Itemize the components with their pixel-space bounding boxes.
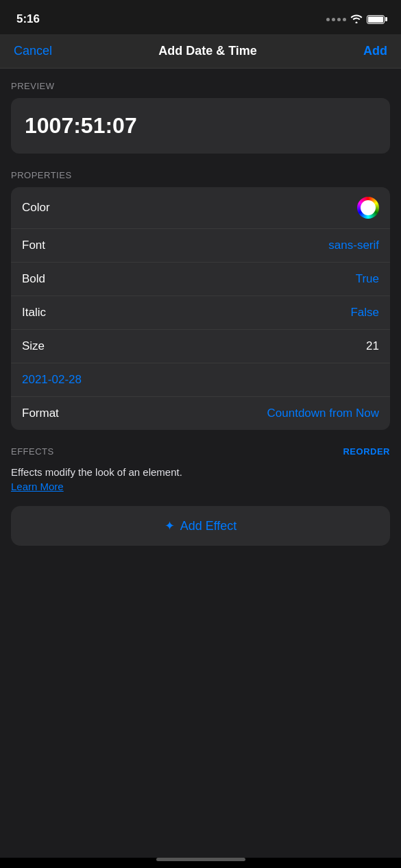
properties-section-label: PROPERTIES bbox=[11, 170, 390, 180]
bold-value: True bbox=[356, 272, 379, 286]
italic-value: False bbox=[350, 306, 379, 320]
color-row[interactable]: Color bbox=[11, 187, 390, 229]
page-title: Add Date & Time bbox=[158, 44, 257, 58]
italic-row[interactable]: Italic False bbox=[11, 296, 390, 330]
preview-box: 1007:51:07 bbox=[11, 98, 390, 154]
home-indicator bbox=[156, 858, 245, 861]
bold-row[interactable]: Bold True bbox=[11, 263, 390, 296]
color-picker-icon bbox=[357, 197, 379, 219]
size-row[interactable]: Size 21 bbox=[11, 330, 390, 363]
properties-section: PROPERTIES Color Font sans-serif Bold Tr… bbox=[11, 170, 390, 430]
battery-icon bbox=[367, 15, 385, 24]
preview-value: 1007:51:07 bbox=[25, 113, 137, 138]
cancel-button[interactable]: Cancel bbox=[14, 44, 52, 58]
status-time: 5:16 bbox=[16, 12, 40, 26]
date-value: 2021-02-28 bbox=[22, 373, 82, 386]
effects-description-block: Effects modify the look of an element. L… bbox=[11, 465, 390, 492]
preview-section: PREVIEW 1007:51:07 bbox=[11, 81, 390, 154]
bold-label: Bold bbox=[22, 272, 45, 286]
reorder-button[interactable]: REORDER bbox=[343, 446, 390, 457]
status-bar: 5:16 bbox=[0, 0, 401, 34]
signal-dots-icon bbox=[326, 18, 346, 21]
wifi-icon bbox=[350, 14, 363, 25]
preview-section-label: PREVIEW bbox=[11, 81, 390, 91]
font-label: Font bbox=[22, 239, 45, 252]
italic-label: Italic bbox=[22, 306, 46, 320]
add-button[interactable]: Add bbox=[363, 44, 387, 58]
nav-bar: Cancel Add Date & Time Add bbox=[0, 34, 401, 69]
size-value: 21 bbox=[366, 339, 379, 353]
add-effect-button[interactable]: ✦ Add Effect bbox=[11, 506, 390, 546]
add-effect-label: Add Effect bbox=[180, 519, 237, 533]
font-value: sans-serif bbox=[328, 239, 379, 252]
add-effect-icon: ✦ bbox=[165, 518, 175, 533]
learn-more-link[interactable]: Learn More bbox=[11, 481, 390, 492]
status-icons bbox=[326, 14, 385, 25]
effects-section: EFFECTS REORDER Effects modify the look … bbox=[11, 446, 390, 492]
size-label: Size bbox=[22, 339, 45, 353]
color-label: Color bbox=[22, 201, 50, 215]
date-row[interactable]: 2021-02-28 bbox=[11, 363, 390, 397]
effects-description: Effects modify the look of an element. bbox=[11, 466, 182, 478]
font-row[interactable]: Font sans-serif bbox=[11, 229, 390, 263]
properties-card: Color Font sans-serif Bold True Italic F… bbox=[11, 187, 390, 430]
effects-header: EFFECTS REORDER bbox=[11, 446, 390, 457]
format-row[interactable]: Format Countdown from Now bbox=[11, 397, 390, 430]
format-label: Format bbox=[22, 407, 59, 420]
main-content: PREVIEW 1007:51:07 PROPERTIES Color Font… bbox=[0, 69, 401, 858]
effects-section-label: EFFECTS bbox=[11, 446, 54, 457]
format-value: Countdown from Now bbox=[267, 407, 379, 420]
